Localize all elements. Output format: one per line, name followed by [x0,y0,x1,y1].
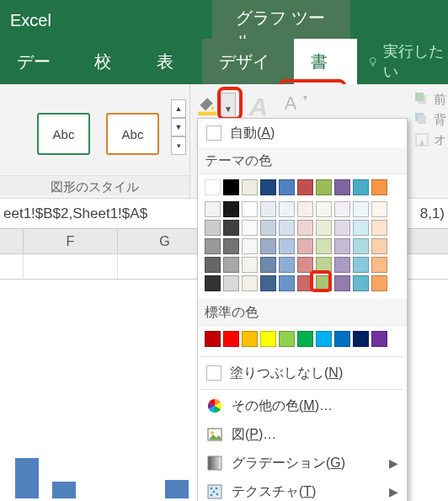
theme-swatch[interactable] [316,220,332,236]
theme-swatch[interactable] [279,257,295,273]
more-colors[interactable]: その他の色(M)… [198,392,407,420]
theme-swatch[interactable] [353,238,369,254]
theme-swatch[interactable] [223,201,239,217]
theme-swatch[interactable] [297,201,313,217]
col-header-edge[interactable] [0,229,24,253]
theme-swatch[interactable] [279,201,295,217]
theme-swatch[interactable] [223,275,239,291]
theme-swatch[interactable] [297,179,313,195]
theme-swatch[interactable] [260,238,276,254]
theme-swatch[interactable] [297,220,313,236]
theme-swatch[interactable] [334,179,350,195]
gradient-fill[interactable]: グラデーション(G) ▶ [198,449,407,477]
chart-bar[interactable] [52,482,76,498]
picture-fill[interactable]: 図(P)… [198,420,407,449]
theme-swatch[interactable] [334,238,350,254]
theme-swatch[interactable] [371,238,387,254]
theme-swatch[interactable] [371,275,387,291]
col-header-f[interactable]: F [24,229,118,253]
theme-swatch[interactable] [260,257,276,273]
cell-f[interactable] [24,254,118,279]
formula-left[interactable]: eet1!$B$2,Sheet1!$A$ [3,205,147,222]
theme-swatch[interactable] [223,238,239,254]
theme-swatch[interactable] [353,220,369,236]
theme-swatch[interactable] [353,257,369,273]
theme-swatch[interactable] [242,275,258,291]
theme-swatch[interactable] [242,201,258,217]
theme-swatch[interactable] [260,201,276,217]
style-gallery-more[interactable]: ▾ [171,136,186,155]
theme-swatch[interactable] [223,257,239,273]
send-backward[interactable]: 背 [412,109,448,130]
theme-swatch[interactable] [334,220,350,236]
theme-swatch[interactable] [334,201,350,217]
theme-swatch[interactable] [353,179,369,195]
theme-swatch[interactable] [371,179,387,195]
theme-swatch[interactable] [205,201,221,217]
theme-swatch[interactable] [205,238,221,254]
texture-fill[interactable]: テクスチャ(T) ▶ [198,477,407,501]
standard-swatch[interactable] [223,331,239,347]
theme-swatch[interactable] [205,220,221,236]
standard-swatch[interactable] [316,331,332,347]
bring-forward[interactable]: 前 [412,89,448,109]
theme-swatch[interactable] [353,201,369,217]
theme-swatch[interactable] [242,257,258,273]
theme-swatch[interactable] [242,179,258,195]
theme-swatch[interactable] [316,179,332,195]
theme-swatch[interactable] [260,220,276,236]
theme-swatch[interactable] [371,220,387,236]
standard-swatch[interactable] [297,331,313,347]
chart-bar[interactable] [165,480,189,498]
fill-auto[interactable]: 自動(A) [198,119,407,147]
theme-swatch[interactable] [316,238,332,254]
standard-swatch[interactable] [205,331,221,347]
standard-swatch[interactable] [334,331,350,347]
cell-edge[interactable] [0,254,24,279]
formula-right: 8,1) [420,205,445,222]
tell-me[interactable]: 実行したい [357,41,448,82]
theme-swatch[interactable] [205,179,221,195]
tab-design[interactable]: デザイン [202,39,294,84]
standard-swatch[interactable] [260,331,276,347]
wordart-fill-icon[interactable]: A [239,93,278,121]
chart-bar[interactable] [15,458,39,498]
theme-swatch[interactable] [242,220,258,236]
theme-swatch[interactable] [205,257,221,273]
submenu-caret-icon: ▶ [389,485,398,498]
standard-swatch[interactable] [371,331,387,347]
theme-swatch[interactable] [223,220,239,236]
tab-view[interactable]: 表示 [140,39,202,84]
tab-review[interactable]: 校閲 [77,39,140,84]
shape-fill-button[interactable] [194,93,217,119]
standard-swatch[interactable] [353,331,369,347]
theme-swatch[interactable] [371,257,387,273]
style-gallery-down[interactable]: ▼ [171,118,186,136]
standard-swatch[interactable] [279,331,295,347]
theme-swatch[interactable] [260,275,276,291]
theme-swatch[interactable] [223,179,239,195]
standard-swatch[interactable] [242,331,258,347]
shape-style-preset-2[interactable]: Abc [106,113,159,155]
svg-point-14 [213,491,215,493]
theme-swatch[interactable] [205,275,221,291]
theme-swatch[interactable] [260,179,276,195]
theme-swatch[interactable] [279,179,295,195]
theme-swatch[interactable] [334,257,350,273]
selection-pane[interactable]: オ [412,130,448,150]
theme-swatch[interactable] [353,275,369,291]
theme-swatch[interactable] [316,201,332,217]
theme-swatch[interactable] [279,220,295,236]
theme-swatch[interactable] [279,275,295,291]
tab-format[interactable]: 書式 [294,39,356,84]
theme-swatch[interactable] [242,238,258,254]
tab-data[interactable]: データ [0,39,77,84]
shape-style-preset-1[interactable]: Abc [37,113,90,155]
theme-swatch[interactable] [371,201,387,217]
theme-swatch[interactable] [279,238,295,254]
theme-swatch[interactable] [297,238,313,254]
style-gallery-up[interactable]: ▲ [171,99,186,118]
fill-none[interactable]: 塗りつぶしなし(N) [198,359,407,387]
wordart-outline-icon[interactable]: A [281,93,301,115]
theme-swatch[interactable] [334,275,350,291]
